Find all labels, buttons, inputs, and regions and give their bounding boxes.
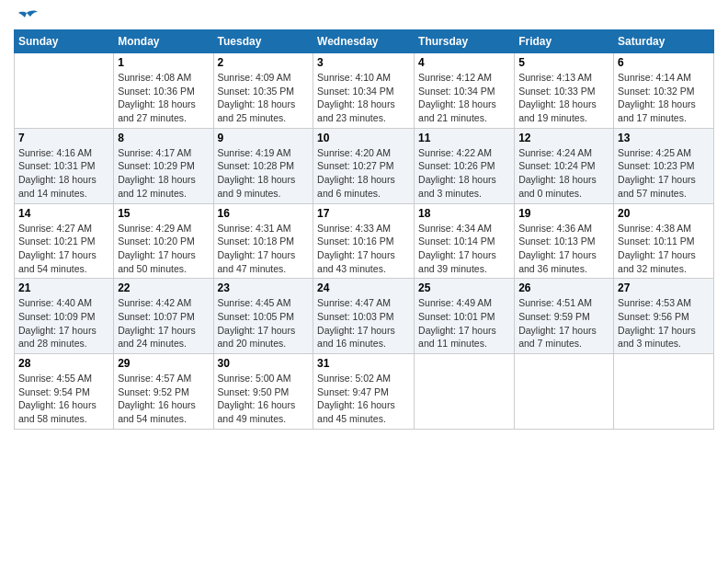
calendar-header-tuesday: Tuesday	[213, 30, 313, 53]
day-info: Sunrise: 4:20 AMSunset: 10:27 PMDaylight…	[317, 146, 410, 201]
calendar-cell: 23Sunrise: 4:45 AMSunset: 10:05 PMDaylig…	[213, 279, 313, 354]
calendar-header-friday: Friday	[515, 30, 614, 53]
day-info: Sunrise: 4:29 AMSunset: 10:20 PMDaylight…	[118, 222, 209, 276]
calendar-cell: 9Sunrise: 4:19 AMSunset: 10:28 PMDayligh…	[213, 128, 313, 203]
day-number: 27	[618, 282, 710, 294]
day-number: 6	[618, 56, 710, 69]
day-info: Sunrise: 4:45 AMSunset: 10:05 PMDaylight…	[218, 296, 310, 350]
day-number: 30	[218, 357, 310, 370]
day-number: 15	[118, 207, 209, 220]
day-info: Sunrise: 4:34 AMSunset: 10:14 PMDaylight…	[418, 222, 510, 276]
day-info: Sunrise: 4:47 AMSunset: 10:03 PMDaylight…	[317, 296, 410, 350]
calendar-week-row: 14Sunrise: 4:27 AMSunset: 10:21 PMDaylig…	[15, 203, 714, 279]
day-info: Sunrise: 4:08 AMSunset: 10:36 PMDaylight…	[118, 71, 209, 125]
day-number: 1	[118, 56, 209, 69]
day-info: Sunrise: 4:31 AMSunset: 10:18 PMDaylight…	[218, 222, 310, 276]
day-number: 13	[618, 132, 710, 144]
day-info: Sunrise: 4:22 AMSunset: 10:26 PMDaylight…	[418, 146, 510, 201]
day-number: 28	[18, 357, 109, 370]
calendar-cell: 22Sunrise: 4:42 AMSunset: 10:07 PMDaylig…	[114, 279, 213, 354]
day-number: 7	[18, 132, 109, 144]
calendar-cell: 15Sunrise: 4:29 AMSunset: 10:20 PMDaylig…	[114, 203, 213, 279]
calendar-cell: 3Sunrise: 4:10 AMSunset: 10:34 PMDayligh…	[313, 53, 415, 129]
calendar-cell: 6Sunrise: 4:14 AMSunset: 10:32 PMDayligh…	[614, 53, 714, 129]
day-number: 12	[518, 132, 609, 144]
logo-bird-icon	[14, 9, 40, 29]
calendar-table: SundayMondayTuesdayWednesdayThursdayFrid…	[14, 29, 714, 430]
day-number: 3	[317, 56, 410, 69]
day-number: 23	[218, 282, 310, 294]
day-number: 29	[118, 357, 209, 370]
day-info: Sunrise: 4:42 AMSunset: 10:07 PMDaylight…	[118, 296, 209, 350]
calendar-cell: 30Sunrise: 5:00 AMSunset: 9:50 PMDayligh…	[213, 354, 313, 430]
day-info: Sunrise: 4:14 AMSunset: 10:32 PMDaylight…	[618, 71, 710, 125]
day-number: 24	[317, 282, 410, 294]
calendar-header-row: SundayMondayTuesdayWednesdayThursdayFrid…	[15, 30, 714, 53]
calendar-cell: 26Sunrise: 4:51 AMSunset: 9:59 PMDayligh…	[515, 279, 614, 354]
day-info: Sunrise: 4:27 AMSunset: 10:21 PMDaylight…	[18, 222, 109, 276]
calendar-cell: 19Sunrise: 4:36 AMSunset: 10:13 PMDaylig…	[515, 203, 614, 279]
calendar-cell: 31Sunrise: 5:02 AMSunset: 9:47 PMDayligh…	[313, 354, 415, 430]
day-number: 2	[218, 56, 310, 69]
day-number: 22	[118, 282, 209, 294]
calendar-cell: 18Sunrise: 4:34 AMSunset: 10:14 PMDaylig…	[415, 203, 515, 279]
day-info: Sunrise: 5:02 AMSunset: 9:47 PMDaylight:…	[317, 372, 410, 426]
calendar-cell: 17Sunrise: 4:33 AMSunset: 10:16 PMDaylig…	[313, 203, 415, 279]
day-info: Sunrise: 4:51 AMSunset: 9:59 PMDaylight:…	[518, 296, 609, 350]
day-number: 31	[317, 357, 410, 370]
calendar-cell: 7Sunrise: 4:16 AMSunset: 10:31 PMDayligh…	[15, 128, 114, 203]
day-number: 21	[18, 282, 109, 294]
day-number: 19	[518, 207, 609, 220]
page-header	[14, 9, 714, 26]
day-info: Sunrise: 4:10 AMSunset: 10:34 PMDaylight…	[317, 71, 410, 125]
calendar-cell	[15, 53, 114, 129]
calendar-header-wednesday: Wednesday	[313, 30, 415, 53]
day-info: Sunrise: 4:09 AMSunset: 10:35 PMDaylight…	[218, 71, 310, 125]
calendar-cell: 27Sunrise: 4:53 AMSunset: 9:56 PMDayligh…	[614, 279, 714, 354]
day-info: Sunrise: 4:36 AMSunset: 10:13 PMDaylight…	[518, 222, 609, 276]
calendar-cell: 4Sunrise: 4:12 AMSunset: 10:34 PMDayligh…	[415, 53, 515, 129]
day-number: 17	[317, 207, 410, 220]
day-info: Sunrise: 4:57 AMSunset: 9:52 PMDaylight:…	[118, 372, 209, 426]
calendar-week-row: 21Sunrise: 4:40 AMSunset: 10:09 PMDaylig…	[15, 279, 714, 354]
calendar-header-saturday: Saturday	[614, 30, 714, 53]
day-info: Sunrise: 4:53 AMSunset: 9:56 PMDaylight:…	[618, 296, 710, 350]
calendar-cell: 11Sunrise: 4:22 AMSunset: 10:26 PMDaylig…	[415, 128, 515, 203]
day-info: Sunrise: 4:40 AMSunset: 10:09 PMDaylight…	[18, 296, 109, 350]
day-info: Sunrise: 4:25 AMSunset: 10:23 PMDaylight…	[618, 146, 710, 201]
calendar-cell: 10Sunrise: 4:20 AMSunset: 10:27 PMDaylig…	[313, 128, 415, 203]
day-number: 8	[118, 132, 209, 144]
day-info: Sunrise: 4:49 AMSunset: 10:01 PMDaylight…	[418, 296, 510, 350]
calendar-cell: 24Sunrise: 4:47 AMSunset: 10:03 PMDaylig…	[313, 279, 415, 354]
calendar-cell: 16Sunrise: 4:31 AMSunset: 10:18 PMDaylig…	[213, 203, 313, 279]
calendar-cell: 12Sunrise: 4:24 AMSunset: 10:24 PMDaylig…	[515, 128, 614, 203]
day-info: Sunrise: 4:38 AMSunset: 10:11 PMDaylight…	[618, 222, 710, 276]
calendar-cell: 2Sunrise: 4:09 AMSunset: 10:35 PMDayligh…	[213, 53, 313, 129]
day-number: 11	[418, 132, 510, 144]
day-number: 9	[218, 132, 310, 144]
day-info: Sunrise: 5:00 AMSunset: 9:50 PMDaylight:…	[218, 372, 310, 426]
day-info: Sunrise: 4:12 AMSunset: 10:34 PMDaylight…	[418, 71, 510, 125]
calendar-cell	[415, 354, 515, 430]
logo	[14, 9, 40, 26]
day-info: Sunrise: 4:16 AMSunset: 10:31 PMDaylight…	[18, 146, 109, 201]
calendar-cell: 29Sunrise: 4:57 AMSunset: 9:52 PMDayligh…	[114, 354, 213, 430]
day-number: 18	[418, 207, 510, 220]
calendar-cell: 13Sunrise: 4:25 AMSunset: 10:23 PMDaylig…	[614, 128, 714, 203]
calendar-cell: 1Sunrise: 4:08 AMSunset: 10:36 PMDayligh…	[114, 53, 213, 129]
day-number: 20	[618, 207, 710, 220]
calendar-cell	[515, 354, 614, 430]
calendar-cell: 8Sunrise: 4:17 AMSunset: 10:29 PMDayligh…	[114, 128, 213, 203]
calendar-cell	[614, 354, 714, 430]
calendar-cell: 14Sunrise: 4:27 AMSunset: 10:21 PMDaylig…	[15, 203, 114, 279]
day-info: Sunrise: 4:24 AMSunset: 10:24 PMDaylight…	[518, 146, 609, 201]
day-info: Sunrise: 4:55 AMSunset: 9:54 PMDaylight:…	[18, 372, 109, 426]
day-number: 25	[418, 282, 510, 294]
day-number: 14	[18, 207, 109, 220]
calendar-cell: 21Sunrise: 4:40 AMSunset: 10:09 PMDaylig…	[15, 279, 114, 354]
day-number: 16	[218, 207, 310, 220]
calendar-week-row: 28Sunrise: 4:55 AMSunset: 9:54 PMDayligh…	[15, 354, 714, 430]
calendar-header-monday: Monday	[114, 30, 213, 53]
day-info: Sunrise: 4:19 AMSunset: 10:28 PMDaylight…	[218, 146, 310, 201]
calendar-week-row: 1Sunrise: 4:08 AMSunset: 10:36 PMDayligh…	[15, 53, 714, 129]
